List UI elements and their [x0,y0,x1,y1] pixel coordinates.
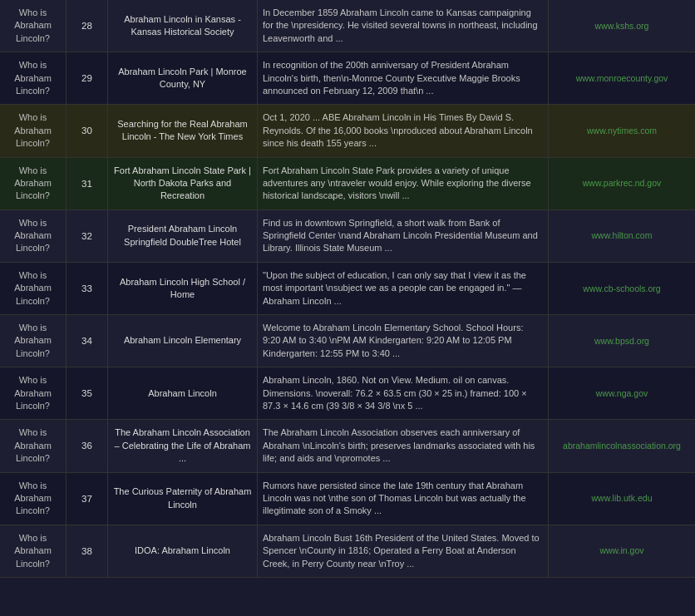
query-cell: Who is Abraham Lincoln? [0,210,67,262]
table-row: Who is Abraham Lincoln?29Abraham Lincoln… [0,52,695,105]
num-cell: 33 [67,263,108,314]
url-cell: abrahamlincolnassociation.org [549,420,695,471]
snippet-cell: Abraham Lincoln Bust 16th President of t… [258,525,549,577]
query-cell: Who is Abraham Lincoln? [0,473,67,525]
num-cell: 34 [67,315,108,367]
query-cell: Who is Abraham Lincoln? [0,420,67,471]
num-cell: 38 [67,525,108,577]
snippet-cell: The Abraham Lincoln Association observes… [258,420,549,471]
url-cell: www.lib.utk.edu [549,473,695,525]
title-cell: IDOA: Abraham Lincoln [108,525,258,577]
query-cell: Who is Abraham Lincoln? [0,263,67,314]
title-cell: Abraham Lincoln Park | Monroe County, NY [108,52,258,104]
snippet-cell: Welcome to Abraham Lincoln Elementary Sc… [258,315,549,367]
num-cell: 35 [67,367,108,419]
snippet-cell: Find us in downtown Springfield, a short… [258,210,549,262]
title-cell: The Curious Paternity of Abraham Lincoln [108,473,258,525]
url-cell: www.nytimes.com [549,105,695,156]
table-row: Who is Abraham Lincoln?31Fort Abraham Li… [0,158,695,210]
url-cell: www.cb-schools.org [549,263,695,314]
table-row: Who is Abraham Lincoln?37The Curious Pat… [0,473,695,525]
url-cell: www.nga.gov [549,367,695,419]
num-cell: 36 [67,420,108,471]
title-cell: Fort Abraham Lincoln State Park | North … [108,158,258,209]
table-row: Who is Abraham Lincoln?38IDOA: Abraham L… [0,525,695,578]
title-cell: President Abraham Lincoln Springfield Do… [108,210,258,262]
url-cell: www.in.gov [549,525,695,577]
snippet-cell: "Upon the subject of education, I can on… [258,263,549,314]
num-cell: 31 [67,158,108,209]
query-cell: Who is Abraham Lincoln? [0,315,67,367]
snippet-cell: Rumors have persisted since the late 19t… [258,473,549,525]
table-row: Who is Abraham Lincoln?34Abraham Lincoln… [0,315,695,367]
snippet-cell: In recognition of the 200th anniversary … [258,52,549,104]
table-row: Who is Abraham Lincoln?33Abraham Lincoln… [0,263,695,315]
table-row: Who is Abraham Lincoln?32President Abrah… [0,210,695,263]
title-cell: Abraham Lincoln Elementary [108,315,258,367]
query-cell: Who is Abraham Lincoln? [0,0,67,52]
url-cell: www.parkrec.nd.gov [549,158,695,209]
table-row: Who is Abraham Lincoln?30Searching for t… [0,105,695,157]
results-table: Who is Abraham Lincoln?28Abraham Lincoln… [0,0,695,578]
snippet-cell: Oct 1, 2020 ... ABE Abraham Lincoln in H… [258,105,549,156]
title-cell: The Abraham Lincoln Association – Celebr… [108,420,258,471]
num-cell: 29 [67,52,108,104]
num-cell: 37 [67,473,108,525]
query-cell: Who is Abraham Lincoln? [0,52,67,104]
url-cell: www.hilton.com [549,210,695,262]
table-row: Who is Abraham Lincoln?35Abraham Lincoln… [0,367,695,420]
query-cell: Who is Abraham Lincoln? [0,105,67,156]
num-cell: 32 [67,210,108,262]
snippet-cell: Fort Abraham Lincoln State Park provides… [258,158,549,209]
title-cell: Abraham Lincoln in Kansas - Kansas Histo… [108,0,258,52]
table-row: Who is Abraham Lincoln?28Abraham Lincoln… [0,0,695,52]
query-cell: Who is Abraham Lincoln? [0,367,67,419]
num-cell: 30 [67,105,108,156]
title-cell: Searching for the Real Abraham Lincoln -… [108,105,258,156]
url-cell: www.kshs.org [549,0,695,52]
snippet-cell: Abraham Lincoln, 1860. Not on View. Medi… [258,367,549,419]
title-cell: Abraham Lincoln High School / Home [108,263,258,314]
snippet-cell: In December 1859 Abraham Lincoln came to… [258,0,549,52]
query-cell: Who is Abraham Lincoln? [0,525,67,577]
url-cell: www.bpsd.org [549,315,695,367]
num-cell: 28 [67,0,108,52]
url-cell: www.monroecounty.gov [549,52,695,104]
title-cell: Abraham Lincoln [108,367,258,419]
table-row: Who is Abraham Lincoln?36The Abraham Lin… [0,420,695,472]
query-cell: Who is Abraham Lincoln? [0,158,67,209]
